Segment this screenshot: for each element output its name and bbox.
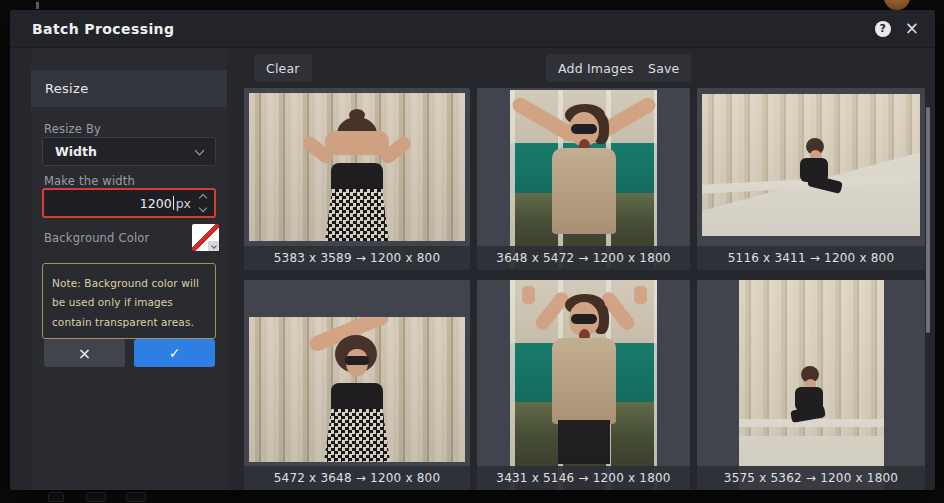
background-color-swatch[interactable] <box>192 224 219 251</box>
width-label: Make the width <box>44 174 135 188</box>
help-icon[interactable]: ? <box>875 21 891 37</box>
photo-figure <box>510 280 657 490</box>
image-tile[interactable]: 5116 x 3411 → 1200 x 800 <box>697 88 925 270</box>
background-color-note: Note: Background color will be used only… <box>42 263 216 339</box>
chevron-down-icon <box>195 145 205 155</box>
panel-actions: × ✓ <box>44 339 215 367</box>
photo-figure <box>249 93 465 241</box>
resize-by-select[interactable]: Width <box>42 137 216 166</box>
note-text: Note: Background color will be used only… <box>52 277 199 328</box>
image-dimensions-caption: 3648 x 5472 → 1200 x 1800 <box>477 246 690 270</box>
dialog-header: Batch Processing ? × <box>10 10 935 48</box>
image-dimensions-caption: 5472 x 3648 → 1200 x 800 <box>244 466 470 490</box>
image-tile[interactable]: 3575 x 5362 → 1200 x 1800 <box>697 280 925 490</box>
background-app-fragment <box>36 2 39 9</box>
resize-section-title: Resize <box>45 81 88 96</box>
chevron-down-icon <box>211 243 217 249</box>
caption-text: 3648 x 5472 → 1200 x 1800 <box>496 251 670 265</box>
image-dimensions-caption: 3431 x 5146 → 1200 x 1800 <box>477 466 690 490</box>
image-tile[interactable]: 3648 x 5472 → 1200 x 1800 <box>477 88 690 270</box>
swatch-dropdown-corner[interactable] <box>208 241 219 251</box>
image-dimensions-caption: 3575 x 5362 → 1200 x 1800 <box>697 466 925 490</box>
photo-thumbnail <box>249 93 465 241</box>
scrollbar-thumb[interactable] <box>926 107 930 333</box>
background-toolbar-icon <box>48 492 64 502</box>
background-color-label: Background Color <box>44 231 150 245</box>
caption-text: 3575 x 5362 → 1200 x 1800 <box>724 471 898 485</box>
clear-button[interactable]: Clear <box>254 54 312 82</box>
resize-by-label: Resize By <box>44 122 101 136</box>
photo-thumbnail <box>249 317 465 462</box>
background-toolbar-icon <box>126 492 146 502</box>
image-dimensions-caption: 5116 x 3411 → 1200 x 800 <box>697 246 925 270</box>
stepper-down-icon[interactable] <box>199 204 207 212</box>
background-toolbar-icon <box>86 492 106 502</box>
width-input[interactable]: 1200 px <box>42 188 216 218</box>
photo-figure <box>249 317 465 462</box>
photo-thumbnail <box>510 280 657 490</box>
photo-figure <box>739 280 884 490</box>
confirm-button[interactable]: ✓ <box>134 339 215 367</box>
caption-text: 5383 x 3589 → 1200 x 800 <box>274 251 440 265</box>
width-stepper[interactable] <box>198 193 208 213</box>
image-tile[interactable]: 5472 x 3648 → 1200 x 800 <box>244 280 470 490</box>
photo-figure <box>702 94 920 236</box>
clear-button-label: Clear <box>266 61 300 76</box>
add-images-button[interactable]: Add Images <box>546 54 646 82</box>
app-screen: Batch Processing ? × Resize Resize By Wi… <box>0 0 944 503</box>
dialog-title: Batch Processing <box>32 21 174 37</box>
image-tile[interactable]: 5383 x 3589 → 1200 x 800 <box>244 88 470 270</box>
caption-text: 3431 x 5146 → 1200 x 1800 <box>496 471 670 485</box>
header-actions: ? × <box>875 20 919 37</box>
batch-processing-dialog: Batch Processing ? × Resize Resize By Wi… <box>10 10 935 490</box>
save-button-label: Save <box>648 61 679 76</box>
caption-text: 5472 x 3648 → 1200 x 800 <box>274 471 440 485</box>
close-icon[interactable]: × <box>905 20 919 37</box>
width-unit: px <box>176 196 191 211</box>
photo-thumbnail <box>702 94 920 236</box>
photo-thumbnail <box>510 90 657 268</box>
caption-text: 5116 x 3411 → 1200 x 800 <box>728 251 894 265</box>
image-dimensions-caption: 5383 x 3589 → 1200 x 800 <box>244 246 470 270</box>
width-value: 1200 <box>140 196 172 211</box>
photo-thumbnail <box>739 280 884 490</box>
photo-figure <box>510 90 657 268</box>
resize-section-header: Resize <box>31 70 227 107</box>
text-caret <box>173 196 174 210</box>
add-images-button-label: Add Images <box>558 61 634 76</box>
resize-by-value: Width <box>55 144 97 159</box>
image-tile[interactable]: 3431 x 5146 → 1200 x 1800 <box>477 280 690 490</box>
stepper-up-icon[interactable] <box>199 194 207 202</box>
cancel-button[interactable]: × <box>44 339 125 367</box>
resize-panel: Resize Resize By Width Make the width 12… <box>31 49 227 490</box>
save-button[interactable]: Save <box>636 54 691 82</box>
user-avatar[interactable] <box>884 0 910 10</box>
